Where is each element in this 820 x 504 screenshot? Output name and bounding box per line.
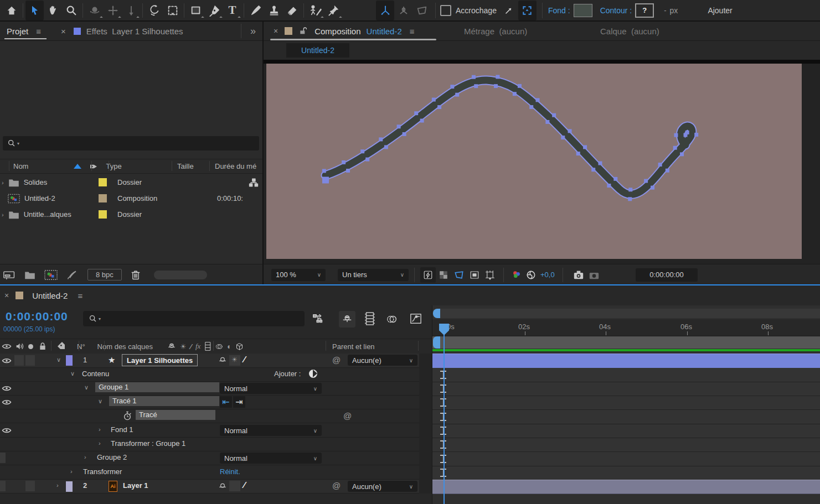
eye-toggle[interactable]	[0, 453, 6, 463]
path-vertex-handle[interactable]	[545, 120, 549, 124]
path-vertex-handle[interactable]	[683, 133, 687, 137]
magnification-dropdown[interactable]: 100 %∨	[271, 269, 326, 281]
path-vertex-handle[interactable]	[628, 197, 632, 201]
tab-projet[interactable]: Projet ≡	[0, 22, 45, 40]
clone-stamp-tool[interactable]	[265, 1, 283, 20]
blend-mode-dropdown[interactable]: Normal∨	[220, 453, 322, 464]
property-label[interactable]: Transformer	[83, 467, 122, 476]
tab-close-icon[interactable]: ×	[4, 291, 9, 300]
new-composition-icon[interactable]	[44, 269, 58, 280]
reset-link[interactable]: Réinit.	[220, 467, 240, 476]
path-vertex-handle[interactable]	[403, 132, 406, 136]
world-axis-mode-button[interactable]	[394, 1, 412, 20]
panel-menu-icon[interactable]: ≡	[410, 27, 415, 36]
frame-blending-icon[interactable]	[364, 312, 375, 325]
pen-tool[interactable]	[205, 1, 223, 20]
path-vertex-handle[interactable]	[561, 136, 565, 139]
lock-column-icon[interactable]	[39, 342, 47, 351]
path-vertex-handle[interactable]	[536, 98, 540, 102]
path-vertex-handle[interactable]	[474, 84, 478, 88]
new-folder-icon[interactable]	[24, 271, 35, 279]
expand-icon[interactable]: ∨	[84, 384, 89, 391]
view-axis-mode-button[interactable]	[412, 1, 431, 20]
channels-icon[interactable]	[509, 265, 524, 285]
project-row-untitled2[interactable]: Untitled-2 Composition 0:00:10:	[0, 190, 262, 206]
path-vertex-handle[interactable]	[420, 119, 424, 123]
property-label[interactable]: Fond 1	[111, 425, 133, 434]
interpret-footage-icon[interactable]	[3, 270, 16, 280]
path-vertex-handle[interactable]	[455, 93, 459, 97]
path-vertex-handle[interactable]	[518, 84, 522, 88]
fx-switch-icon[interactable]: fx	[195, 342, 200, 351]
work-area-start-handle[interactable]	[433, 336, 440, 349]
blend-mode-dropdown[interactable]: Normal∨	[220, 383, 322, 394]
path-vertex-handle[interactable]	[342, 160, 345, 164]
exposure-icon[interactable]	[524, 265, 538, 285]
layer-name[interactable]: Layer 1	[123, 481, 148, 490]
column-duree[interactable]: Durée du mé	[215, 162, 256, 170]
ajouter-label[interactable]: Ajouter	[708, 6, 732, 15]
footer-scrollbar-thumb[interactable]	[154, 271, 207, 279]
quality-toggle[interactable]: ∕	[244, 355, 245, 365]
hand-tool[interactable]	[44, 1, 62, 20]
fill-label[interactable]: Fond :	[548, 6, 570, 15]
path-vertex-handle[interactable]	[397, 124, 401, 128]
layer-row-2[interactable]: › 2 Ai Layer 1 ∕ @ Aucun(e)∨	[0, 480, 432, 493]
puppet-pin-tool[interactable]	[324, 1, 343, 20]
motion-blur-switch-icon[interactable]	[214, 342, 224, 351]
expand-icon[interactable]: ∨	[70, 370, 75, 377]
pan-camera-tool[interactable]	[104, 1, 122, 20]
rotation-tool[interactable]	[145, 1, 163, 20]
column-nom[interactable]: Nom	[13, 162, 28, 170]
pickwhip-icon[interactable]: @	[332, 355, 341, 365]
current-timecode[interactable]: 0:00:00:00	[6, 310, 68, 323]
guides-grid-icon[interactable]	[482, 267, 498, 283]
path-vertex-handle[interactable]	[576, 152, 580, 155]
property-label[interactable]: Groupe 1	[95, 382, 219, 392]
disclosure-icon[interactable]: ›	[2, 211, 4, 218]
stopwatch-icon[interactable]	[123, 411, 132, 421]
path-vertex-handle[interactable]	[607, 184, 611, 188]
path-vertex-handle[interactable]	[384, 145, 388, 149]
snap-checkbox[interactable]	[440, 5, 451, 16]
navigator-start-handle[interactable]	[433, 309, 440, 318]
tab-close-icon[interactable]: ×	[61, 27, 66, 36]
zoom-tool[interactable]	[62, 1, 80, 20]
eye-icon[interactable]	[2, 399, 12, 406]
collapse-toggle[interactable]: ☀	[229, 355, 240, 366]
parent-dropdown[interactable]: Aucun(e)∨	[348, 481, 417, 492]
shy-layers-icon[interactable]	[339, 311, 355, 328]
work-area-bar[interactable]	[432, 336, 820, 349]
path-vertex-handle[interactable]	[513, 92, 517, 96]
path-vertex-handle[interactable]	[680, 152, 684, 156]
path-vertex-handle[interactable]	[360, 149, 364, 153]
comp-canvas[interactable]	[266, 64, 802, 259]
path-vertex-handle[interactable]	[583, 145, 587, 149]
property-row-trace1[interactable]: ∨ Tracé 1 ⇤ ⇥	[0, 396, 432, 409]
cube-3d-switch-icon[interactable]	[235, 342, 244, 351]
eye-icon[interactable]	[2, 385, 12, 392]
flowchart-icon[interactable]	[249, 178, 259, 188]
viewer-subtab-untitled2[interactable]: Untitled-2	[286, 43, 349, 58]
resolution-dropdown[interactable]: Un tiers∨	[338, 269, 409, 281]
transparency-grid-icon[interactable]	[436, 267, 451, 283]
property-row-contenu[interactable]: ∨ Contenu Ajouter :	[0, 368, 432, 382]
sweep-icon[interactable]	[66, 269, 78, 280]
path-vertex-handle[interactable]	[613, 177, 617, 181]
path-vertex-handle[interactable]	[674, 133, 678, 137]
path-vertex-handle[interactable]	[694, 133, 698, 137]
frame-blend-switch-icon[interactable]	[204, 342, 212, 351]
tab-metrage[interactable]: Métrage (aucun)	[464, 27, 527, 36]
collapse-switch-icon[interactable]: ☀	[180, 342, 187, 351]
layer-color-swatch[interactable]	[66, 355, 73, 366]
property-label[interactable]: Tracé	[136, 410, 215, 420]
item-tag-swatch[interactable]	[99, 210, 107, 219]
snap-target-button[interactable]	[518, 1, 537, 20]
snap-arrow-icon[interactable]	[500, 1, 518, 20]
path-vertex-handle[interactable]	[437, 105, 441, 109]
expand-icon[interactable]: ›	[70, 468, 73, 475]
tab-comp-name[interactable]: Untitled-2	[367, 27, 402, 36]
sort-ascending-icon[interactable]	[74, 164, 81, 169]
exposure-value[interactable]: +0,0	[540, 271, 555, 279]
bpc-button[interactable]: 8 bpc	[87, 269, 122, 280]
